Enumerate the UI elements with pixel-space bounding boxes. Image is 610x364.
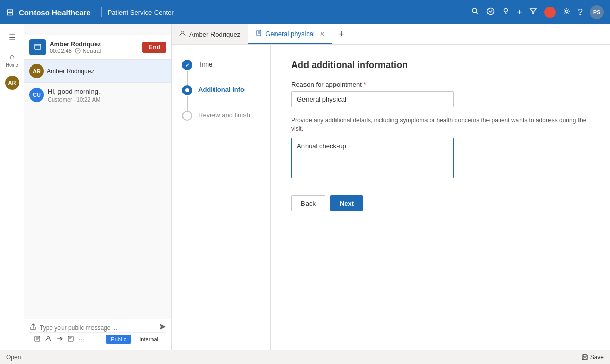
form-area: Add additional information Reason for ap… <box>271 45 610 350</box>
caller-avatar <box>29 39 46 55</box>
search-icon[interactable] <box>471 7 479 17</box>
physical-tab-label: General physical <box>265 30 315 38</box>
sidebar: ☰ ⌂ Home AR <box>0 24 24 350</box>
reason-group: Reason for appointment * <box>291 81 590 107</box>
reason-label: Reason for appointment * <box>291 81 590 88</box>
minimize-bar: — <box>24 24 171 35</box>
sidebar-ar-avatar[interactable]: AR <box>5 76 19 90</box>
home-label: Home <box>6 62 18 68</box>
amber-sidebar-avatar: AR <box>29 64 44 78</box>
step-label-additional: Additional Info <box>198 85 245 93</box>
svg-rect-8 <box>35 44 41 49</box>
tab-general-physical[interactable]: General physical ✕ <box>248 24 332 44</box>
sidebar-item-home[interactable]: ⌂ Home <box>0 48 24 72</box>
more-icon[interactable]: ··· <box>78 335 84 343</box>
user-avatar[interactable]: PS <box>590 5 604 19</box>
step-review-finish: Review and finish <box>182 111 260 136</box>
end-call-button[interactable]: End <box>142 42 166 53</box>
nav-icons: + ? PS <box>471 5 604 19</box>
content-area: — Amber Rodriquez 00:02:48 Neutral <box>24 24 610 350</box>
chat-messages: CU Hi, good morning. Customer · 10:22 AM <box>24 83 171 319</box>
transfer-icon[interactable] <box>56 335 63 344</box>
plus-icon[interactable]: + <box>517 7 523 18</box>
details-description: Provide any additional details, includin… <box>291 116 590 134</box>
next-button[interactable]: Next <box>330 195 363 211</box>
physical-tab-icon <box>255 29 262 38</box>
bubble-avatar: CU <box>29 88 44 102</box>
filter-icon[interactable] <box>529 7 537 17</box>
bubble-time: Customer · 10:22 AM <box>48 96 100 103</box>
step-time: Time <box>182 60 260 85</box>
svg-point-3 <box>504 9 507 12</box>
chat-input-row <box>29 323 166 332</box>
home-icon: ⌂ <box>10 52 15 61</box>
top-nav: ⊞ Contoso Healthcare Patient Service Cen… <box>0 0 610 24</box>
svg-marker-12 <box>160 324 166 330</box>
send-icon[interactable] <box>159 323 166 332</box>
stepper-panel: Time Additional Info Review and finish <box>172 45 271 350</box>
amber-tab-icon <box>179 30 186 39</box>
neutral-label: Neutral <box>83 48 101 54</box>
save-button[interactable]: Save <box>581 354 604 361</box>
add-tab-button[interactable]: + <box>332 29 350 40</box>
caller-name: Amber Rodriquez <box>50 41 138 48</box>
call-time: 00:02:48 <box>50 48 72 54</box>
chat-panel: — Amber Rodriquez 00:02:48 Neutral <box>24 24 172 350</box>
required-star: * <box>363 81 366 88</box>
step-label-time: Time <box>198 60 212 68</box>
details-textarea[interactable]: Annual check-up <box>291 138 454 178</box>
step-dot-time <box>182 60 192 70</box>
details-group: Provide any additional details, includin… <box>291 116 590 180</box>
minimize-icon[interactable]: — <box>160 25 167 34</box>
bubble-text: Hi, good morning. <box>48 88 100 95</box>
notification-badge[interactable] <box>544 7 556 18</box>
form-actions: Back Next <box>291 195 590 211</box>
chat-toolbar: ··· Public Internal <box>29 332 166 346</box>
step-label-review: Review and finish <box>198 111 250 119</box>
close-tab-icon[interactable]: ✕ <box>320 30 325 38</box>
svg-line-1 <box>476 12 478 14</box>
hamburger-icon[interactable]: ☰ <box>5 28 20 46</box>
form-title: Add additional information <box>291 60 590 71</box>
neutral-badge: Neutral <box>75 48 101 54</box>
tab-amber[interactable]: Amber Rodriquez <box>172 24 248 44</box>
note-icon[interactable] <box>67 335 74 344</box>
attach-icon[interactable] <box>29 323 37 332</box>
settings-icon[interactable] <box>563 7 571 17</box>
amber-sidebar-name: Amber Rodriquez <box>47 68 94 75</box>
open-label: Open <box>6 354 21 361</box>
service-center-label: Patient Service Center <box>108 9 174 16</box>
help-icon[interactable]: ? <box>578 8 583 17</box>
tab-bar: Amber Rodriquez General physical ✕ + <box>172 24 610 45</box>
chat-input-area: ··· Public Internal <box>24 319 171 350</box>
grid-icon[interactable]: ⊞ <box>6 7 14 18</box>
chat-bubble: CU Hi, good morning. Customer · 10:22 AM <box>29 88 166 103</box>
todo-icon[interactable] <box>486 7 495 17</box>
main-layout: ☰ ⌂ Home AR — Amber Rodriquez 00:02:48 <box>0 24 610 350</box>
step-dot-additional <box>182 85 192 95</box>
panel-content: Time Additional Info Review and finish <box>172 45 610 350</box>
reason-input[interactable] <box>291 91 454 107</box>
step-dot-review <box>182 111 192 121</box>
caller-info: Amber Rodriquez 00:02:48 Neutral <box>50 41 138 54</box>
main-panel: Amber Rodriquez General physical ✕ + <box>172 24 610 350</box>
save-label: Save <box>590 354 604 361</box>
back-button[interactable]: Back <box>291 195 325 211</box>
step-additional-info: Additional Info <box>182 85 260 111</box>
svg-point-7 <box>566 10 568 13</box>
format-icon[interactable] <box>34 335 41 344</box>
internal-button[interactable]: Internal <box>135 335 162 344</box>
svg-marker-6 <box>530 9 536 14</box>
amber-tab-label: Amber Rodriquez <box>189 30 240 38</box>
message-input[interactable] <box>40 324 156 332</box>
nav-divider <box>101 7 102 17</box>
app-title: Contoso Healthcare <box>19 8 91 17</box>
public-button[interactable]: Public <box>106 335 131 344</box>
bulb-icon[interactable] <box>502 7 510 17</box>
bubble-content: Hi, good morning. Customer · 10:22 AM <box>48 88 100 103</box>
status-bar: Open Save <box>0 350 610 364</box>
call-bar: Amber Rodriquez 00:02:48 Neutral End <box>24 35 171 60</box>
contact-icon[interactable] <box>45 335 52 344</box>
svg-point-0 <box>472 8 477 13</box>
